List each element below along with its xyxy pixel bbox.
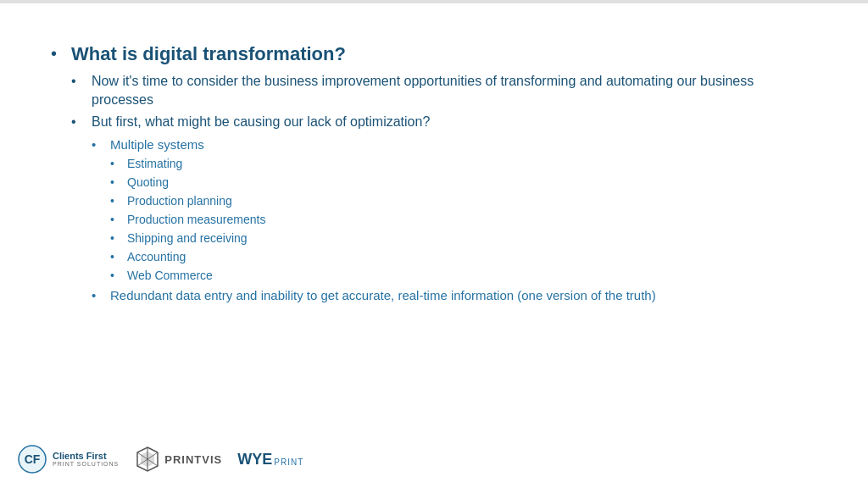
wye-logo: WYE PRINT — [237, 451, 303, 469]
level4-text: Production planning — [127, 194, 232, 208]
level4-text: Accounting — [127, 250, 186, 263]
level2-text: But first, what might be causing our lac… — [92, 114, 430, 129]
list-item: Production measurements — [110, 211, 817, 229]
level4-text: Quoting — [127, 175, 169, 189]
clients-first-logo: CF Clients First Print Solutions — [17, 444, 119, 474]
content-area: What is digital transformation? Now it's… — [51, 34, 817, 304]
list-item: Web Commerce — [110, 267, 817, 285]
level2-text: Now it's time to consider the business i… — [92, 74, 754, 107]
footer: CF Clients First Print Solutions PRINTVI… — [0, 444, 868, 474]
list-item: What is digital transformation? Now it's… — [51, 42, 817, 304]
svg-text:CF: CF — [25, 452, 41, 466]
level3-text: Multiple systems — [110, 137, 204, 152]
slide: What is digital transformation? Now it's… — [0, 0, 868, 488]
level4-text: Estimating — [127, 157, 182, 170]
top-border — [0, 0, 868, 3]
list-item: Shipping and receiving — [110, 230, 817, 247]
wye-label: WYE — [237, 451, 272, 469]
list-item: Production planning — [110, 192, 817, 210]
print-label: PRINT — [274, 458, 303, 467]
level4-list: Estimating Quoting Production planning P… — [110, 155, 817, 285]
list-item: Estimating — [110, 155, 817, 173]
level4-text: Production measurements — [127, 213, 265, 226]
level4-text: Web Commerce — [127, 269, 213, 282]
list-item: Quoting — [110, 174, 817, 191]
printvis-icon — [134, 446, 161, 473]
print-solutions-label: Print Solutions — [53, 461, 119, 468]
list-item: Accounting — [110, 248, 817, 266]
clients-first-icon: CF — [17, 444, 47, 474]
level3-text: Redundant data entry and inability to ge… — [110, 288, 656, 302]
list-item: Now it's time to consider the business i… — [71, 72, 817, 110]
list-item: But first, what might be causing our lac… — [71, 113, 817, 303]
printvis-label: PRINTVIS — [164, 453, 222, 466]
list-item: Redundant data entry and inability to ge… — [92, 286, 817, 304]
level2-list: Now it's time to consider the business i… — [71, 72, 817, 304]
main-heading: What is digital transformation? — [71, 43, 346, 64]
clients-first-text: Clients First Print Solutions — [53, 451, 119, 468]
list-item: Multiple systems Estimating Quoting Prod… — [92, 136, 817, 285]
printvis-logo: PRINTVIS — [134, 446, 222, 473]
main-list: What is digital transformation? Now it's… — [51, 42, 817, 304]
level4-text: Shipping and receiving — [127, 231, 248, 245]
level3-list: Multiple systems Estimating Quoting Prod… — [92, 136, 817, 304]
clients-first-label: Clients First — [53, 451, 119, 461]
